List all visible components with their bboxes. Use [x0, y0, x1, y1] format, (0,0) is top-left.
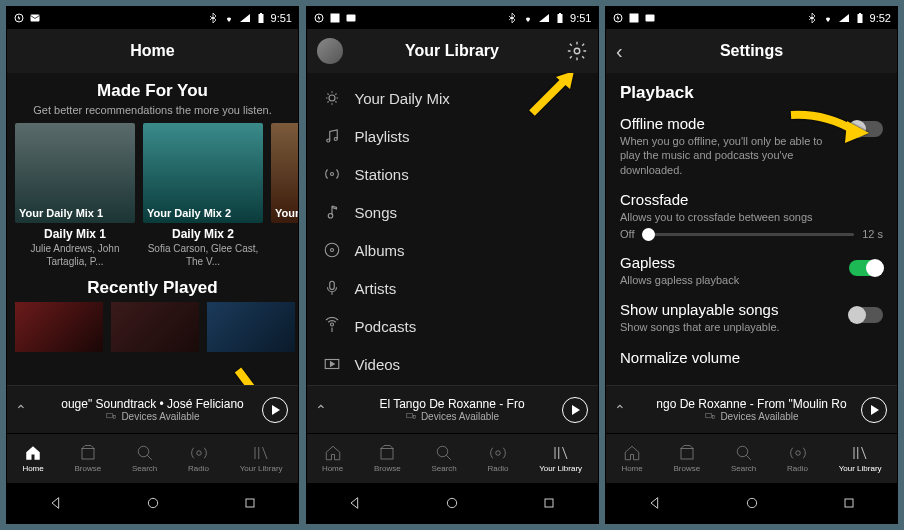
np-devices[interactable]: Devices Available: [405, 411, 499, 422]
setting-desc: When you go offline, you'll only be able…: [620, 134, 837, 177]
nav-radio[interactable]: Radio: [488, 444, 509, 473]
toggle-unplayable[interactable]: [849, 307, 883, 323]
lib-daily-mix[interactable]: Your Daily Mix: [307, 79, 598, 117]
nav-browse[interactable]: Browse: [74, 444, 101, 473]
toggle-offline[interactable]: [849, 121, 883, 137]
album-art[interactable]: [111, 302, 199, 352]
lib-stations[interactable]: Stations: [307, 155, 598, 193]
nav-browse[interactable]: Browse: [374, 444, 401, 473]
profile-avatar[interactable]: [317, 38, 343, 64]
lib-playlists[interactable]: Playlists: [307, 117, 598, 155]
setting-label: Offline mode: [620, 115, 837, 132]
back-button[interactable]: ‹: [616, 40, 623, 63]
nav-home[interactable]: Home: [621, 444, 642, 473]
clock: 9:52: [870, 12, 891, 24]
recent-key[interactable]: [841, 495, 857, 511]
back-key[interactable]: [48, 495, 64, 511]
nav-radio[interactable]: Radio: [188, 444, 209, 473]
android-nav-bar: [606, 483, 897, 523]
svg-rect-10: [246, 499, 254, 507]
music-note-icon: [323, 127, 341, 145]
chevron-up-icon[interactable]: ⌃: [15, 402, 27, 418]
setting-offline-mode[interactable]: Offline mode When you go offline, you'll…: [620, 115, 883, 177]
svg-point-32: [447, 498, 456, 507]
np-devices[interactable]: Devices Available: [704, 411, 798, 422]
svg-point-8: [196, 451, 201, 456]
signal-icon: [538, 12, 550, 24]
nav-search[interactable]: Search: [431, 444, 456, 473]
play-button[interactable]: [262, 397, 288, 423]
nav-library[interactable]: Your Library: [539, 444, 582, 473]
daily-mix-2[interactable]: Your Daily Mix 2 Daily Mix 2 Sofia Carso…: [143, 123, 263, 268]
setting-gapless[interactable]: Gapless Allows gapless playback: [620, 254, 883, 287]
lib-songs[interactable]: Songs: [307, 193, 598, 231]
nav-search[interactable]: Search: [731, 444, 756, 473]
back-key[interactable]: [347, 495, 363, 511]
lib-podcasts[interactable]: Podcasts: [307, 307, 598, 345]
nav-home[interactable]: Home: [22, 444, 43, 473]
lib-artists[interactable]: Artists: [307, 269, 598, 307]
section-made-for-you: Made For You: [7, 81, 298, 101]
content[interactable]: Made For You Get better recommendations …: [7, 73, 298, 385]
settings-button[interactable]: [566, 40, 588, 62]
card-desc: Sofia Carson, Glee Cast, The V...: [143, 242, 263, 268]
daily-mix-cards[interactable]: Your Daily Mix 1 Daily Mix 1 Julie Andre…: [7, 123, 298, 268]
signal-icon: [838, 12, 850, 24]
home-key[interactable]: [744, 495, 760, 511]
nav-search[interactable]: Search: [132, 444, 157, 473]
lib-albums[interactable]: Albums: [307, 231, 598, 269]
now-playing-bar[interactable]: ⌃ El Tango De Roxanne - Fro Devices Avai…: [307, 385, 598, 433]
album-art[interactable]: [207, 302, 295, 352]
svg-rect-36: [646, 15, 655, 22]
card-title: Daily Mix 1: [15, 227, 135, 241]
now-playing-bar[interactable]: ⌃ ouge" Soundtrack • José Feliciano Devi…: [7, 385, 298, 433]
bottom-nav: Home Browse Search Radio Your Library: [7, 433, 298, 483]
svg-rect-5: [114, 415, 116, 418]
np-devices[interactable]: Devices Available: [105, 411, 199, 422]
content[interactable]: Your Daily Mix Playlists Stations Songs …: [307, 73, 598, 385]
album-art: Your Daily Mix 1: [15, 123, 135, 223]
toggle-gapless[interactable]: [849, 260, 883, 276]
recently-played-row[interactable]: [7, 298, 298, 352]
chevron-up-icon[interactable]: ⌃: [614, 402, 626, 418]
setting-crossfade[interactable]: Crossfade Allows you to crossfade betwee…: [620, 191, 883, 240]
nav-home[interactable]: Home: [322, 444, 343, 473]
mail-icon: [644, 12, 656, 24]
devices-icon: [405, 412, 417, 422]
home-key[interactable]: [444, 495, 460, 511]
setting-unplayable[interactable]: Show unplayable songs Show songs that ar…: [620, 301, 883, 334]
svg-rect-39: [706, 413, 712, 417]
svg-rect-2: [258, 14, 263, 23]
settings-group-playback: Playback: [620, 83, 883, 103]
content[interactable]: Playback Offline mode When you go offlin…: [606, 73, 897, 385]
np-track: ngo De Roxanne - From "Moulin Ro: [656, 397, 846, 411]
daily-mix-3[interactable]: Your Da Da Ka Stev...: [271, 123, 298, 268]
crossfade-slider[interactable]: [642, 233, 854, 236]
podcast-icon: [323, 317, 341, 335]
header: ‹ Settings: [606, 29, 897, 73]
play-button[interactable]: [861, 397, 887, 423]
chevron-up-icon[interactable]: ⌃: [315, 402, 327, 418]
nav-library[interactable]: Your Library: [240, 444, 283, 473]
home-key[interactable]: [145, 495, 161, 511]
nav-radio[interactable]: Radio: [787, 444, 808, 473]
album-art[interactable]: [15, 302, 103, 352]
svg-point-31: [496, 451, 501, 456]
wifi-icon: [223, 12, 235, 24]
nav-browse[interactable]: Browse: [673, 444, 700, 473]
svg-point-30: [437, 446, 448, 457]
flash-icon: [612, 12, 624, 24]
daily-mix-1[interactable]: Your Daily Mix 1 Daily Mix 1 Julie Andre…: [15, 123, 135, 268]
recent-key[interactable]: [242, 495, 258, 511]
back-key[interactable]: [647, 495, 663, 511]
np-track: El Tango De Roxanne - Fro: [379, 397, 524, 411]
now-playing-bar[interactable]: ⌃ ngo De Roxanne - From "Moulin Ro Devic…: [606, 385, 897, 433]
play-button[interactable]: [562, 397, 588, 423]
search-icon: [435, 444, 453, 462]
search-icon: [735, 444, 753, 462]
flash-icon: [313, 12, 325, 24]
recent-key[interactable]: [541, 495, 557, 511]
setting-normalize[interactable]: Normalize volume: [620, 349, 883, 366]
lib-videos[interactable]: Videos: [307, 345, 598, 383]
nav-library[interactable]: Your Library: [839, 444, 882, 473]
